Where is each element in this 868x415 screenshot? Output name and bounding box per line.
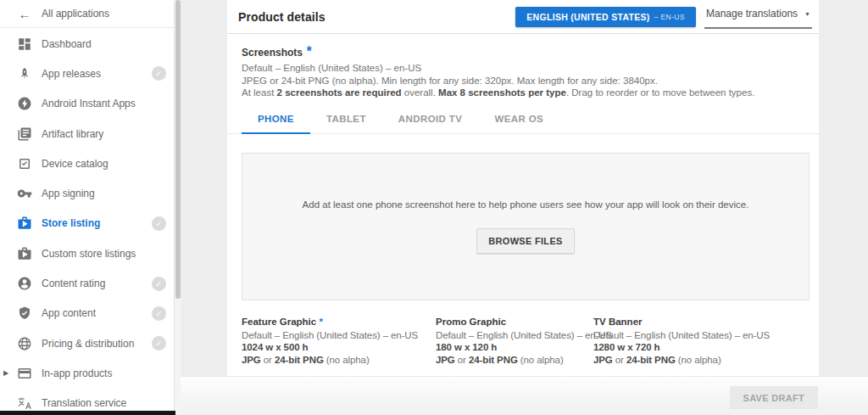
screenshots-format-line: JPEG or 24-bit PNG (no alpha). Min lengt… xyxy=(242,75,810,87)
sidebar-item-label: Custom store listings xyxy=(42,248,136,260)
sidebar-item-android-instant-apps[interactable]: Android Instant Apps xyxy=(0,89,174,119)
check-circle-icon: ✓ xyxy=(152,216,166,231)
check-circle-icon: ✓ xyxy=(152,277,166,291)
sidebar-item-label: Android Instant Apps xyxy=(42,98,136,109)
graphic-locale: Default – English (United States) – en-U… xyxy=(436,329,593,342)
device-check-icon xyxy=(17,156,32,171)
sidebar-item-pricing-distribution[interactable]: Pricing & distribution ✓ xyxy=(0,328,174,358)
lightning-circle-icon xyxy=(17,96,32,111)
sidebar-item-in-app-products[interactable]: ▶ In-app products xyxy=(0,358,174,388)
tv-banner-info: TV Banner Default – English (United Stat… xyxy=(593,317,770,367)
sidebar-item-custom-store-listings[interactable]: Custom store listings xyxy=(0,238,174,268)
graphic-title-row: Feature Graphic * xyxy=(242,317,436,327)
save-draft-button[interactable]: SAVE DRAFT xyxy=(730,386,818,409)
arrow-left-icon: ← xyxy=(17,7,32,21)
store-bag-icon xyxy=(17,246,32,261)
graphic-size: 1280 w x 720 h xyxy=(593,341,770,354)
feature-graphic-info: Feature Graphic * Default – English (Uni… xyxy=(242,317,436,367)
shield-check-icon xyxy=(17,306,32,321)
wallet-icon xyxy=(17,366,32,381)
play-console-store-listing-screen: ← All applications Dashboard App release… xyxy=(0,0,868,415)
bottom-action-bar: SAVE DRAFT xyxy=(181,376,868,415)
sidebar-item-label: Content rating xyxy=(42,278,105,289)
store-bag-icon xyxy=(17,216,32,231)
sidebar-item-dashboard[interactable]: Dashboard xyxy=(0,29,174,59)
screenshots-rule-line: At least 2 screenshots are required over… xyxy=(242,87,810,99)
tab-tablet[interactable]: TABLET xyxy=(310,114,382,134)
screenshots-section: Screenshots * Default – English (United … xyxy=(227,34,819,99)
sidebar-item-label: Device catalog xyxy=(42,158,108,170)
chevron-right-icon[interactable]: ▶ xyxy=(3,369,8,377)
graphic-size: 180 w x 120 h xyxy=(436,341,593,354)
sidebar-item-label: Pricing & distribution xyxy=(42,338,134,350)
sidebar-item-label: Translation service xyxy=(42,397,126,409)
dashboard-icon xyxy=(17,36,32,52)
required-marker: * xyxy=(306,44,311,59)
screenshot-type-tabs: PHONE TABLET ANDROID TV WEAR OS xyxy=(227,114,819,134)
check-circle-icon: ✓ xyxy=(152,66,166,81)
sidebar-nav: Dashboard App releases ✓ Android Instant… xyxy=(0,29,174,415)
promo-graphic-info: Promo Graphic Default – English (United … xyxy=(436,317,593,367)
sidebar-item-label: Store listing xyxy=(42,217,100,229)
browse-files-button[interactable]: BROWSE FILES xyxy=(476,228,574,254)
graphic-locale: Default – English (United States) – en-U… xyxy=(242,329,436,342)
manage-translations-dropdown[interactable]: Manage translations ▼ xyxy=(704,4,812,29)
sidebar-item-label: Artifact library xyxy=(42,128,103,140)
sidebar-item-label: App signing xyxy=(42,188,95,199)
tab-wear-os[interactable]: WEAR OS xyxy=(478,114,559,134)
screenshot-dropzone[interactable]: Add at least one phone screenshot here t… xyxy=(242,153,810,300)
globe-icon xyxy=(17,336,32,351)
sidebar-item-app-releases[interactable]: App releases ✓ xyxy=(0,59,174,88)
sidebar: ← All applications Dashboard App release… xyxy=(0,0,174,415)
window-edge-strip xyxy=(0,411,175,415)
person-circle-icon xyxy=(17,276,32,291)
sidebar-item-store-listing[interactable]: Store listing ✓ xyxy=(0,209,174,238)
sidebar-item-content-rating[interactable]: Content rating ✓ xyxy=(0,268,174,298)
language-label: ENGLISH (UNITED STATES) xyxy=(526,12,649,22)
sidebar-item-app-signing[interactable]: App signing xyxy=(0,178,174,208)
sidebar-item-app-content[interactable]: App content ✓ xyxy=(0,299,174,328)
graphic-title-row: TV Banner xyxy=(593,317,770,327)
screenshots-title: Screenshots xyxy=(242,47,303,59)
language-button[interactable]: ENGLISH (UNITED STATES) – EN-US xyxy=(515,7,696,27)
graphics-requirements-row: Feature Graphic * Default – English (Uni… xyxy=(227,317,819,367)
product-details-card: Product details ENGLISH (UNITED STATES) … xyxy=(227,0,819,376)
required-marker: * xyxy=(319,317,322,327)
sidebar-scrollbar-track[interactable] xyxy=(174,0,181,415)
key-icon xyxy=(17,186,32,201)
manage-translations-label: Manage translations xyxy=(706,8,798,20)
sidebar-item-all-applications[interactable]: ← All applications xyxy=(0,0,174,28)
sidebar-item-device-catalog[interactable]: Device catalog xyxy=(0,149,174,178)
library-icon xyxy=(17,126,32,142)
chevron-down-icon: ▼ xyxy=(804,11,810,17)
card-header: Product details ENGLISH (UNITED STATES) … xyxy=(227,0,819,34)
sidebar-item-label: In-app products xyxy=(42,367,112,379)
sidebar-item-label: Dashboard xyxy=(42,38,92,50)
check-circle-icon: ✓ xyxy=(152,336,166,351)
graphic-format: JPG or 24-bit PNG (no alpha) xyxy=(593,354,770,367)
rocket-icon xyxy=(17,66,32,81)
screenshots-title-row: Screenshots * xyxy=(242,44,810,59)
sidebar-item-label: App content xyxy=(42,307,96,319)
tab-android-tv[interactable]: ANDROID TV xyxy=(382,114,479,134)
screenshots-locale: Default – English (United States) – en-U… xyxy=(242,62,810,75)
dropzone-hint: Add at least one phone screenshot here t… xyxy=(303,199,749,210)
sidebar-item-artifact-library[interactable]: Artifact library xyxy=(0,119,174,149)
graphic-locale: Default – English (United States) – en-U… xyxy=(593,329,770,342)
graphic-format: JPG or 24-bit PNG (no alpha) xyxy=(436,354,593,367)
translate-icon xyxy=(17,395,32,411)
graphic-size: 1024 w x 500 h xyxy=(242,341,436,354)
page-title: Product details xyxy=(238,10,326,24)
sidebar-scrollbar-thumb[interactable] xyxy=(175,0,181,299)
sidebar-item-label: App releases xyxy=(42,68,101,80)
graphic-format: JPG or 24-bit PNG (no alpha) xyxy=(242,354,436,367)
tab-phone[interactable]: PHONE xyxy=(242,114,310,134)
language-code: – EN-US xyxy=(654,13,685,21)
sidebar-item-label: All applications xyxy=(42,8,109,20)
check-circle-icon: ✓ xyxy=(152,306,166,321)
graphic-title-row: Promo Graphic xyxy=(436,317,593,327)
